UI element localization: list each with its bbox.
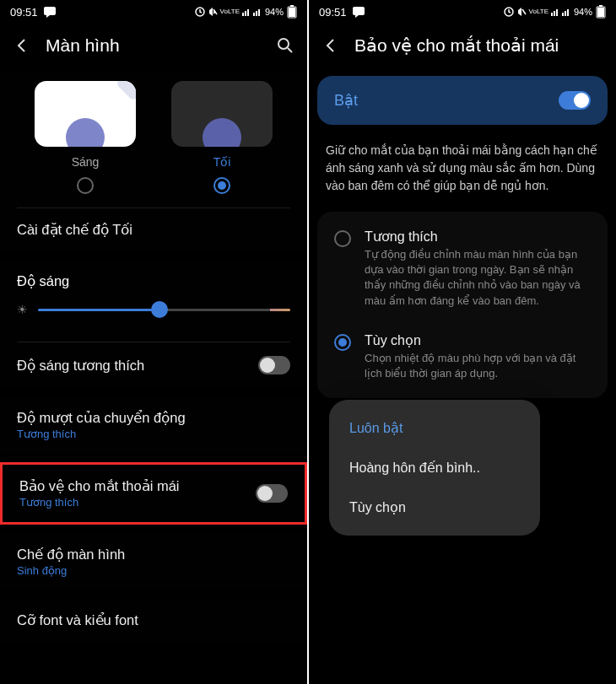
header: Màn hình	[0, 24, 307, 71]
sun-icon: ☀	[17, 303, 28, 316]
search-icon[interactable]	[277, 37, 294, 54]
popup-option-custom[interactable]: Tùy chọn	[329, 487, 540, 527]
option-adaptive[interactable]: Tương thích Tự động điều chỉnh màu màn h…	[317, 217, 608, 320]
chat-icon	[43, 6, 57, 18]
svg-rect-4	[290, 5, 294, 7]
brightness-label: Độ sáng	[0, 260, 307, 296]
svg-rect-13	[597, 8, 604, 17]
brightness-slider[interactable]	[38, 309, 290, 311]
theme-label-light: Sáng	[72, 155, 100, 169]
option-custom[interactable]: Tùy chọn Chọn nhiệt độ màu phù hợp với b…	[317, 320, 608, 393]
popup-option-sunset[interactable]: Hoàng hôn đến bình..	[329, 448, 540, 487]
motion-smoothness-item[interactable]: Độ mượt của chuyển động Tương thích	[0, 396, 307, 454]
slider-thumb[interactable]	[151, 301, 168, 318]
battery-text: 94%	[265, 7, 284, 17]
chat-icon	[352, 6, 365, 18]
adaptive-brightness-item[interactable]: Độ sáng tương thích	[0, 342, 307, 388]
status-bar: 09:51 VoLTE 94%	[0, 0, 307, 24]
dark-mode-settings-item[interactable]: Cài đặt chế độ Tối	[0, 208, 307, 251]
battery-icon	[287, 5, 297, 19]
popup-option-always[interactable]: Luôn bật	[329, 408, 540, 448]
phone-left-display-settings: 09:51 VoLTE 94% Màn hình	[0, 0, 307, 684]
eye-comfort-item[interactable]: Bảo vệ cho mắt thoải mái Tương thích	[3, 465, 305, 522]
font-item[interactable]: Cỡ font và kiểu font	[0, 599, 307, 642]
feature-description: Giữ cho mắt của bạn thoải mái bằng cách …	[309, 130, 616, 207]
radio-light[interactable]	[77, 177, 94, 194]
light-preview	[35, 81, 136, 147]
brightness-slider-row: ☀	[0, 296, 307, 333]
status-icons: VoLTE	[504, 7, 570, 17]
enable-label: Bật	[334, 91, 358, 110]
svg-rect-5	[289, 8, 295, 17]
theme-label-dark: Tối	[213, 155, 231, 169]
back-icon[interactable]	[322, 37, 339, 54]
status-time: 09:51	[10, 6, 38, 19]
battery-icon	[596, 5, 606, 19]
back-icon[interactable]	[14, 37, 30, 54]
radio-custom[interactable]	[334, 334, 351, 351]
phone-right-eye-comfort: 09:51 VoLTE 94% Bảo vệ cho mắt thoải mái…	[309, 0, 616, 684]
mode-options: Tương thích Tự động điều chỉnh màu màn h…	[317, 212, 608, 398]
svg-rect-12	[599, 5, 602, 7]
svg-point-6	[278, 39, 289, 49]
schedule-popup: Luôn bật Hoàng hôn đến bình.. Tùy chọn	[329, 400, 540, 536]
status-time: 09:51	[319, 6, 347, 19]
theme-option-dark[interactable]: Tối	[171, 81, 273, 194]
svg-line-10	[522, 9, 526, 14]
status-icons: VoLTE	[195, 7, 262, 17]
svg-rect-8	[353, 7, 365, 15]
header: Bảo vệ cho mắt thoải mái	[309, 24, 616, 71]
svg-rect-0	[44, 7, 56, 15]
battery-text: 94%	[574, 7, 592, 17]
page-title: Màn hình	[46, 35, 262, 56]
enable-toggle[interactable]	[559, 91, 591, 110]
screen-mode-item[interactable]: Chế độ màn hình Sinh động	[0, 533, 307, 590]
page-title: Bảo vệ cho mắt thoải mái	[354, 35, 602, 56]
radio-adaptive[interactable]	[334, 230, 351, 247]
dark-preview	[171, 81, 273, 147]
svg-line-7	[288, 48, 292, 52]
theme-option-light[interactable]: Sáng	[35, 81, 136, 194]
enable-toggle-bar[interactable]: Bật	[317, 76, 608, 125]
radio-dark[interactable]	[213, 177, 230, 194]
eye-comfort-item-highlighted: Bảo vệ cho mắt thoải mái Tương thích	[0, 462, 307, 525]
eye-comfort-toggle[interactable]	[256, 484, 288, 503]
status-bar: 09:51 VoLTE 94%	[309, 0, 616, 24]
adaptive-brightness-toggle[interactable]	[258, 356, 290, 374]
theme-selector: Sáng Tối	[0, 71, 307, 199]
